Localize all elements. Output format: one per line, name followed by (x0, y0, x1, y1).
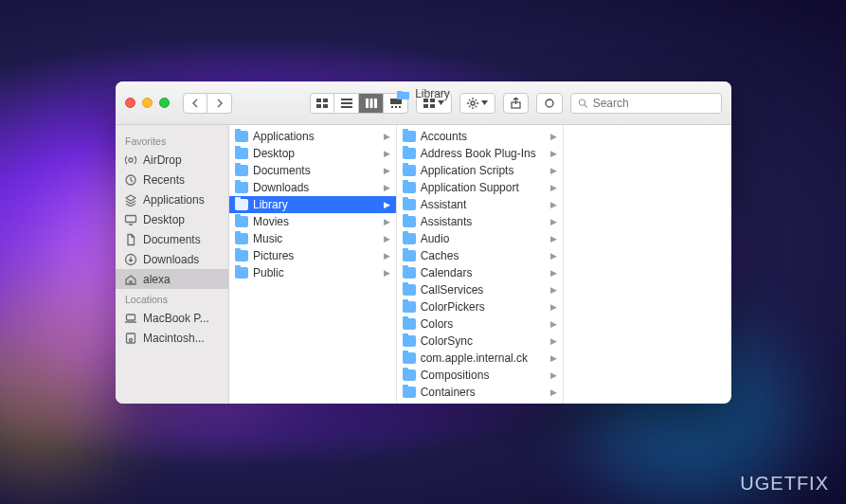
sidebar-item-macintosh-[interactable]: Macintosh... (116, 328, 228, 348)
svg-rect-4 (341, 99, 352, 100)
search-input[interactable] (593, 97, 714, 110)
column-item[interactable]: CallServices▶ (397, 281, 564, 298)
svg-rect-26 (126, 315, 135, 320)
column-item[interactable]: Pictures▶ (229, 247, 396, 264)
folder-icon (235, 182, 248, 193)
group-by-button[interactable] (416, 93, 452, 114)
svg-rect-11 (391, 106, 393, 108)
sidebar-item-airdrop[interactable]: AirDrop (116, 150, 228, 170)
minimize-window-button[interactable] (142, 98, 153, 108)
group-icon (423, 99, 435, 108)
chevron-down-icon (481, 100, 488, 105)
folder-icon (235, 216, 248, 227)
sidebar-item-recents[interactable]: Recents (116, 170, 228, 189)
column-item-label: Desktop (253, 147, 295, 160)
sidebar-item-downloads[interactable]: Downloads (116, 249, 228, 269)
nav-group (183, 93, 232, 114)
folder-icon (403, 301, 416, 313)
column-item[interactable]: Downloads▶ (229, 179, 396, 196)
chevron-right-icon: ▶ (550, 370, 557, 380)
column-item[interactable]: Colors▶ (397, 315, 564, 333)
zoom-window-button[interactable] (159, 98, 170, 108)
grid-icon (316, 99, 328, 108)
back-button[interactable] (183, 93, 207, 114)
view-mode-group (310, 93, 408, 114)
chevron-right-icon (216, 99, 224, 108)
chevron-right-icon: ▶ (384, 217, 390, 226)
column-item-label: com.apple.internal.ck (421, 351, 528, 365)
column-item[interactable]: Accounts▶ (397, 128, 564, 145)
column-item[interactable]: com.apple.internal.ck▶ (397, 350, 564, 367)
share-icon (511, 98, 521, 109)
svg-rect-5 (341, 102, 352, 104)
sidebar-item-label: Recents (143, 173, 185, 187)
folder-icon (403, 165, 416, 176)
svg-rect-9 (374, 99, 377, 108)
column-item[interactable]: Assistant▶ (397, 196, 564, 213)
folder-icon (403, 335, 416, 347)
folder-icon (235, 131, 248, 142)
column-item[interactable]: Containers▶ (397, 384, 564, 401)
column-item-label: Library (253, 198, 288, 211)
action-button[interactable] (459, 93, 495, 114)
column-item[interactable]: Compositions▶ (397, 367, 564, 384)
column-item[interactable]: ColorPickers▶ (397, 298, 564, 315)
column-item[interactable]: ColorSync▶ (397, 333, 564, 350)
close-window-button[interactable] (125, 98, 135, 108)
column-item[interactable]: Desktop▶ (229, 145, 396, 162)
column-item[interactable]: Application Scripts▶ (397, 162, 564, 179)
laptop-icon (123, 311, 137, 325)
folder-icon (403, 216, 416, 227)
column-item-label: Accounts (421, 130, 467, 143)
svg-rect-12 (395, 106, 397, 108)
chevron-right-icon: ▶ (384, 251, 390, 261)
sidebar-item-documents[interactable]: Documents (116, 229, 228, 249)
sidebar-item-label: MacBook P... (143, 312, 209, 325)
view-gallery-button[interactable] (384, 93, 408, 114)
list-icon (341, 99, 352, 108)
column-item[interactable]: Audio▶ (397, 230, 564, 247)
column-item-label: Audio (421, 232, 450, 245)
view-column-button[interactable] (359, 93, 384, 114)
folder-icon (403, 284, 416, 296)
column-item[interactable]: Address Book Plug-Ins▶ (397, 145, 564, 162)
svg-rect-3 (323, 104, 328, 108)
svg-rect-2 (316, 104, 321, 108)
column-item-label: Assistants (421, 215, 473, 228)
sidebar-item-desktop[interactable]: Desktop (116, 209, 228, 229)
column-2 (564, 125, 731, 404)
column-item[interactable]: Music▶ (229, 230, 396, 247)
airdrop-icon (123, 153, 137, 167)
sidebar-item-label: alexa (143, 273, 171, 286)
view-list-button[interactable] (334, 93, 359, 114)
column-item[interactable]: Applications▶ (229, 128, 396, 145)
column-item[interactable]: Application Support▶ (397, 179, 564, 196)
sidebar-item-macbook-p-[interactable]: MacBook P... (116, 308, 228, 328)
column-item[interactable]: Movies▶ (229, 213, 396, 230)
columns-icon (366, 99, 377, 108)
column-item[interactable]: Assistants▶ (397, 213, 564, 230)
sidebar-section-header: Locations (116, 289, 228, 308)
column-item[interactable]: Library▶ (229, 196, 396, 213)
column-item-label: Pictures (253, 249, 294, 262)
chevron-right-icon: ▶ (384, 132, 390, 141)
svg-rect-14 (423, 99, 428, 102)
tags-button[interactable] (536, 93, 563, 114)
search-field[interactable] (570, 93, 722, 114)
column-item[interactable]: Public▶ (229, 264, 396, 281)
share-button[interactable] (503, 93, 529, 114)
sidebar-item-applications[interactable]: Applications (116, 189, 228, 209)
sidebar-item-label: Desktop (143, 213, 185, 226)
forward-button[interactable] (207, 93, 232, 114)
column-item[interactable]: Calendars▶ (397, 264, 564, 281)
column-item[interactable]: Documents▶ (229, 162, 396, 179)
downloads-icon (123, 252, 137, 266)
svg-point-22 (129, 158, 133, 162)
column-item-label: Address Book Plug-Ins (421, 147, 536, 160)
column-item[interactable]: Caches▶ (397, 247, 564, 264)
view-icon-button[interactable] (310, 93, 334, 114)
column-item-label: Applications (253, 130, 315, 143)
chevron-right-icon: ▶ (550, 387, 557, 397)
column-item-label: Application Scripts (421, 164, 514, 177)
sidebar-item-alexa[interactable]: alexa (116, 269, 228, 289)
